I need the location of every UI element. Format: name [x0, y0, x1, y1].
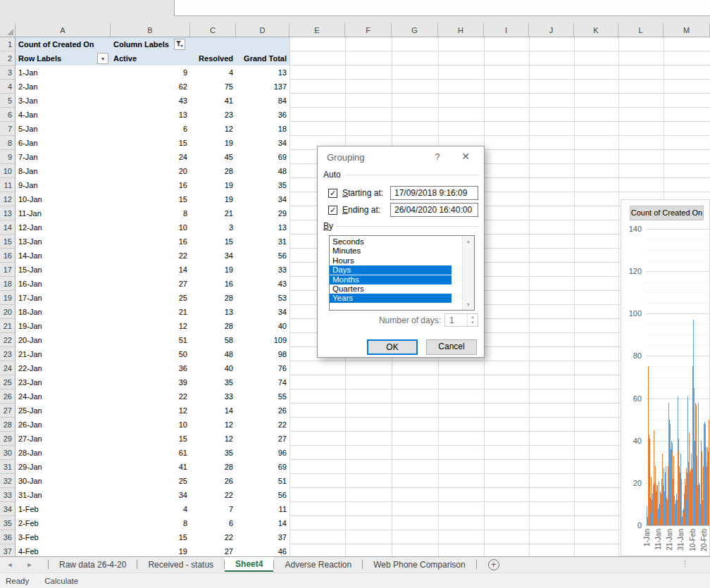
row-header-16[interactable]: 16 [0, 249, 15, 263]
pivot-cell-resolved[interactable]: 48 [190, 347, 233, 361]
pivot-row-label[interactable]: 20-Jan [18, 333, 96, 347]
pivot-cell-resolved[interactable]: 28 [190, 164, 233, 178]
cell-a1-count-of-created-on[interactable]: Count of Created On [18, 37, 110, 51]
pivot-cell-grand-total[interactable]: 22 [236, 418, 287, 432]
pivot-cell-grand-total[interactable]: 84 [236, 94, 287, 108]
listbox-scrollbar[interactable]: ▲ ▼ [462, 236, 474, 310]
pivot-row-label[interactable]: 29-Jan [18, 460, 96, 474]
pivot-row-label[interactable]: 27-Jan [18, 432, 96, 446]
row-header-10[interactable]: 10 [0, 164, 15, 178]
column-header-l[interactable]: L [618, 23, 664, 37]
pivot-cell-active[interactable]: 62 [113, 80, 187, 94]
row-header-24[interactable]: 24 [0, 361, 15, 375]
pivot-cell-active[interactable]: 22 [113, 389, 187, 404]
pivot-row-label[interactable]: 25-Jan [18, 404, 96, 418]
pivot-cell-grand-total[interactable]: 13 [236, 65, 287, 80]
sheet-tab-received-status[interactable]: Received - status [137, 557, 224, 572]
row-header-21[interactable]: 21 [0, 319, 15, 333]
pivot-row-label[interactable]: 22-Jan [18, 361, 96, 375]
pivot-cell-grand-total[interactable]: 11 [236, 502, 287, 516]
row-header-34[interactable]: 34 [0, 502, 15, 516]
pivot-cell-grand-total[interactable]: 31 [236, 234, 287, 249]
pivot-row-label[interactable]: 16-Jan [18, 277, 96, 291]
pivot-cell-grand-total[interactable]: 98 [236, 347, 287, 361]
row-header-3[interactable]: 3 [0, 65, 15, 80]
pivot-cell-grand-total[interactable]: 56 [236, 249, 287, 263]
row-header-15[interactable]: 15 [0, 234, 15, 249]
pivot-cell-resolved[interactable]: 35 [190, 375, 233, 389]
ok-button[interactable]: OK [367, 339, 418, 355]
pivot-cell-active[interactable]: 36 [113, 361, 187, 375]
row-header-5[interactable]: 5 [0, 94, 15, 108]
pivot-cell-resolved[interactable]: 23 [190, 108, 233, 122]
pivot-row-label[interactable]: 30-Jan [18, 474, 96, 488]
pivot-cell-resolved[interactable]: 15 [190, 234, 233, 249]
pivot-row-label[interactable]: 7-Jan [18, 150, 96, 164]
row-header-37[interactable]: 37 [0, 544, 15, 556]
pivot-cell-resolved[interactable]: 27 [190, 544, 233, 556]
pivot-cell-resolved[interactable]: 28 [190, 291, 233, 305]
pivot-cell-resolved[interactable]: 35 [190, 446, 233, 460]
pivot-cell-grand-total[interactable]: 46 [236, 544, 287, 556]
formula-bar[interactable] [174, 0, 710, 16]
pivot-cell-active[interactable]: 15 [113, 530, 187, 544]
tab-scrollbar-handle-icon[interactable]: ⋮ [681, 559, 689, 568]
pivot-cell-resolved[interactable]: 19 [190, 263, 233, 277]
pivot-row-label[interactable]: 21-Jan [18, 347, 96, 361]
pivot-row-label[interactable]: 3-Jan [18, 94, 96, 108]
pivot-cell-grand-total[interactable]: 13 [236, 220, 287, 234]
row-header-9[interactable]: 9 [0, 150, 15, 164]
by-option-seconds[interactable]: Seconds [330, 237, 451, 246]
column-header-k[interactable]: K [574, 23, 618, 37]
pivot-row-label[interactable]: 14-Jan [18, 249, 96, 263]
scroll-up-icon[interactable]: ▲ [463, 239, 474, 244]
row-header-31[interactable]: 31 [0, 460, 15, 474]
pivot-cell-grand-total[interactable]: 69 [236, 460, 287, 474]
row-header-17[interactable]: 17 [0, 263, 15, 277]
column-header-b[interactable]: B [111, 23, 190, 37]
pivot-cell-grand-total[interactable]: 27 [236, 432, 287, 446]
pivot-cell-grand-total[interactable]: 34 [236, 305, 287, 319]
row-header-18[interactable]: 18 [0, 277, 15, 291]
pivot-cell-resolved[interactable]: 6 [190, 516, 233, 530]
pivot-cell-grand-total[interactable]: 29 [236, 206, 287, 220]
row-header-33[interactable]: 33 [0, 488, 15, 502]
pivot-cell-grand-total[interactable]: 55 [236, 389, 287, 404]
pivot-cell-active[interactable]: 51 [113, 333, 187, 347]
number-of-days-spinner[interactable]: 1 ▲ ▼ [444, 313, 478, 327]
pivot-row-label[interactable]: 5-Jan [18, 122, 96, 136]
pivot-row-label[interactable]: 15-Jan [18, 263, 96, 277]
row-header-19[interactable]: 19 [0, 291, 15, 305]
pivot-cell-active[interactable]: 43 [113, 94, 187, 108]
pivot-cell-active[interactable]: 12 [113, 404, 187, 418]
pivot-cell-resolved[interactable]: 4 [190, 65, 233, 80]
sheet-tab-adverse-reaction[interactable]: Adverse Reaction [274, 557, 362, 572]
pivot-cell-grand-total[interactable]: 51 [236, 474, 287, 488]
pivot-cell-active[interactable]: 50 [113, 347, 187, 361]
pivot-cell-active[interactable]: 13 [113, 108, 187, 122]
by-option-months[interactable]: Months [330, 275, 451, 284]
cell-a2-row-labels[interactable]: Row Labels [18, 51, 89, 65]
pivot-row-label[interactable]: 2-Feb [18, 516, 96, 530]
pivot-cell-active[interactable]: 10 [113, 220, 187, 234]
chart-field-button[interactable]: Count of Created On [630, 206, 704, 220]
pivot-row-label[interactable]: 23-Jan [18, 375, 96, 389]
pivot-cell-resolved[interactable]: 22 [190, 530, 233, 544]
pivot-cell-grand-total[interactable]: 53 [236, 291, 287, 305]
pivot-cell-grand-total[interactable]: 137 [236, 80, 287, 94]
row-header-2[interactable]: 2 [0, 51, 15, 65]
pivot-row-label[interactable]: 4-Jan [18, 108, 96, 122]
pivot-cell-resolved[interactable]: 14 [190, 404, 233, 418]
pivot-cell-resolved[interactable]: 75 [190, 80, 233, 94]
ending-at-input[interactable]: 26/04/2020 16:40:00 [390, 203, 478, 217]
pivot-row-label[interactable]: 28-Jan [18, 446, 96, 460]
pivot-cell-active[interactable]: 19 [113, 544, 187, 556]
pivot-cell-grand-total[interactable]: 35 [236, 178, 287, 192]
sheet-tab-raw-data-26-4-20[interactable]: Raw data 26-4-20 [49, 557, 137, 572]
row-header-12[interactable]: 12 [0, 192, 15, 206]
row-header-14[interactable]: 14 [0, 220, 15, 234]
pivot-cell-grand-total[interactable]: 76 [236, 361, 287, 375]
row-header-6[interactable]: 6 [0, 108, 15, 122]
row-header-20[interactable]: 20 [0, 305, 15, 319]
column-header-c[interactable]: C [190, 23, 236, 37]
